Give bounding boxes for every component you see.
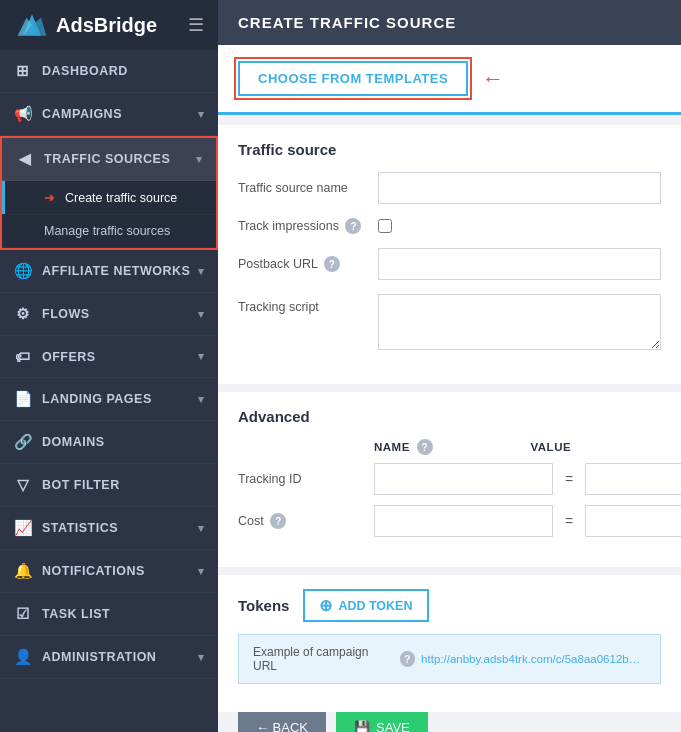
notifications-icon: 🔔 xyxy=(14,562,32,580)
chevron-down-icon: ▾ xyxy=(198,108,205,121)
sidebar-item-traffic-sources[interactable]: ◀ TRAFFIC SOURCES ▾ xyxy=(2,138,216,181)
actions-row: ← BACK 💾 SAVE xyxy=(218,712,681,732)
sidebar-item-dashboard[interactable]: ⊞ DASHBOARD xyxy=(0,50,218,93)
example-url-box: Example of campaign URL ? http://anbby.a… xyxy=(238,634,661,684)
sidebar-item-landing-pages[interactable]: 📄 LANDING PAGES ▾ xyxy=(0,378,218,421)
logo-icon xyxy=(14,7,50,43)
chevron-down-icon: ▾ xyxy=(198,565,205,578)
traffic-source-name-input[interactable] xyxy=(378,172,661,204)
traffic-sources-icon: ◀ xyxy=(16,150,34,168)
tracking-script-input[interactable] xyxy=(378,294,661,350)
tracking-id-row: Tracking ID = xyxy=(238,463,661,495)
back-button[interactable]: ← BACK xyxy=(238,712,326,732)
main-content: CREATE TRAFFIC SOURCE CHOOSE FROM TEMPLA… xyxy=(218,0,681,732)
sidebar-logo: AdsBridge ☰ xyxy=(0,0,218,50)
traffic-source-name-row: Traffic source name xyxy=(238,172,661,204)
postback-url-label: Postback URL ? xyxy=(238,256,368,272)
name-col-header: NAME ? xyxy=(374,439,505,455)
advanced-section: Advanced NAME ? VALUE Tracking ID = Cost… xyxy=(218,392,681,567)
active-indicator xyxy=(2,181,5,214)
tokens-section: Tokens ⊕ ADD TOKEN Example of campaign U… xyxy=(218,575,681,712)
tracking-script-label: Tracking script xyxy=(238,294,368,314)
traffic-source-form: Traffic source Traffic source name Track… xyxy=(218,125,681,384)
cost-label: Cost ? xyxy=(238,513,368,529)
bot-filter-icon: ▽ xyxy=(14,476,32,494)
example-url-value: http://anbby.adsb4trk.com/c/5a8aa0612bb5… xyxy=(421,653,646,665)
example-url-label: Example of campaign URL xyxy=(253,645,391,673)
cost-name-input[interactable] xyxy=(374,505,553,537)
advanced-headers: NAME ? VALUE xyxy=(238,439,661,455)
help-icon[interactable]: ? xyxy=(417,439,433,455)
sidebar-subitem-create-traffic-source[interactable]: ➜ Create traffic source xyxy=(2,181,216,215)
save-icon: 💾 xyxy=(354,720,370,732)
dashboard-icon: ⊞ xyxy=(14,62,32,80)
chevron-down-icon: ▾ xyxy=(198,651,205,664)
equals-sign: = xyxy=(559,513,579,529)
affiliate-networks-icon: 🌐 xyxy=(14,262,32,280)
chevron-down-icon: ▾ xyxy=(198,308,205,321)
postback-url-input[interactable]: https://your-postback-url.com/track/?<pl… xyxy=(378,248,661,280)
sidebar-item-task-list[interactable]: ☑ TASK LIST xyxy=(0,593,218,636)
sidebar-item-campaigns[interactable]: 📢 CAMPAIGNS ▾ xyxy=(0,93,218,136)
domains-icon: 🔗 xyxy=(14,433,32,451)
cost-row: Cost ? = xyxy=(238,505,661,537)
choose-templates-bar: CHOOSE FROM TEMPLATES ← xyxy=(218,45,681,115)
sidebar-item-notifications[interactable]: 🔔 NOTIFICATIONS ▾ xyxy=(0,550,218,593)
chevron-down-icon: ▾ xyxy=(198,350,205,363)
sidebar-subitem-manage-traffic-sources[interactable]: Manage traffic sources xyxy=(2,215,216,248)
track-impressions-label: Track impressions ? xyxy=(238,218,368,234)
help-icon[interactable]: ? xyxy=(270,513,286,529)
tracking-id-label: Tracking ID xyxy=(238,472,368,486)
track-impressions-checkbox-container xyxy=(378,219,392,233)
help-icon[interactable]: ? xyxy=(345,218,361,234)
traffic-source-name-label: Traffic source name xyxy=(238,181,368,195)
equals-sign: = xyxy=(559,471,579,487)
help-icon[interactable]: ? xyxy=(400,651,415,667)
cost-value-input[interactable] xyxy=(585,505,681,537)
tracking-id-name-input[interactable] xyxy=(374,463,553,495)
help-icon[interactable]: ? xyxy=(324,256,340,272)
sidebar-item-affiliate-networks[interactable]: 🌐 AFFILIATE NETWORKS ▾ xyxy=(0,250,218,293)
chevron-down-icon: ▾ xyxy=(198,265,205,278)
add-token-button[interactable]: ⊕ ADD TOKEN xyxy=(303,589,428,622)
logo: AdsBridge xyxy=(14,7,157,43)
offers-icon: 🏷 xyxy=(14,348,32,365)
sidebar-item-flows[interactable]: ⚙ FLOWS ▾ xyxy=(0,293,218,336)
advanced-section-title: Advanced xyxy=(238,408,661,425)
arrow-right-icon: ← xyxy=(482,66,504,92)
choose-from-templates-button[interactable]: CHOOSE FROM TEMPLATES xyxy=(238,61,468,96)
arrow-icon: ➜ xyxy=(44,190,55,205)
sidebar-item-statistics[interactable]: 📈 STATISTICS ▾ xyxy=(0,507,218,550)
postback-url-row: Postback URL ? https://your-postback-url… xyxy=(238,248,661,280)
chevron-down-icon: ▾ xyxy=(196,153,203,166)
chevron-down-icon: ▾ xyxy=(198,522,205,535)
plus-icon: ⊕ xyxy=(319,596,332,615)
save-button[interactable]: 💾 SAVE xyxy=(336,712,428,732)
tokens-title: Tokens xyxy=(238,597,289,614)
sidebar: AdsBridge ☰ ⊞ DASHBOARD 📢 CAMPAIGNS ▾ ◀ … xyxy=(0,0,218,732)
sidebar-item-domains[interactable]: 🔗 DOMAINS xyxy=(0,421,218,464)
page-title: CREATE TRAFFIC SOURCE xyxy=(218,0,681,45)
value-col-header: VALUE xyxy=(531,439,662,455)
campaigns-icon: 📢 xyxy=(14,105,32,123)
track-impressions-checkbox[interactable] xyxy=(378,219,392,233)
statistics-icon: 📈 xyxy=(14,519,32,537)
traffic-source-section-title: Traffic source xyxy=(238,141,661,158)
sidebar-item-offers[interactable]: 🏷 OFFERS ▾ xyxy=(0,336,218,378)
sidebar-item-administration[interactable]: 👤 ADMINISTRATION ▾ xyxy=(0,636,218,679)
task-list-icon: ☑ xyxy=(14,605,32,623)
tokens-row: Tokens ⊕ ADD TOKEN xyxy=(238,589,661,622)
administration-icon: 👤 xyxy=(14,648,32,666)
chevron-down-icon: ▾ xyxy=(198,393,205,406)
landing-pages-icon: 📄 xyxy=(14,390,32,408)
flows-icon: ⚙ xyxy=(14,305,32,323)
tracking-id-value-input[interactable] xyxy=(585,463,681,495)
tracking-script-row: Tracking script xyxy=(238,294,661,350)
hamburger-icon[interactable]: ☰ xyxy=(188,14,204,36)
sidebar-item-bot-filter[interactable]: ▽ BOT FILTER xyxy=(0,464,218,507)
track-impressions-row: Track impressions ? xyxy=(238,218,661,234)
traffic-sources-section: ◀ TRAFFIC SOURCES ▾ ➜ Create traffic sou… xyxy=(0,136,218,250)
